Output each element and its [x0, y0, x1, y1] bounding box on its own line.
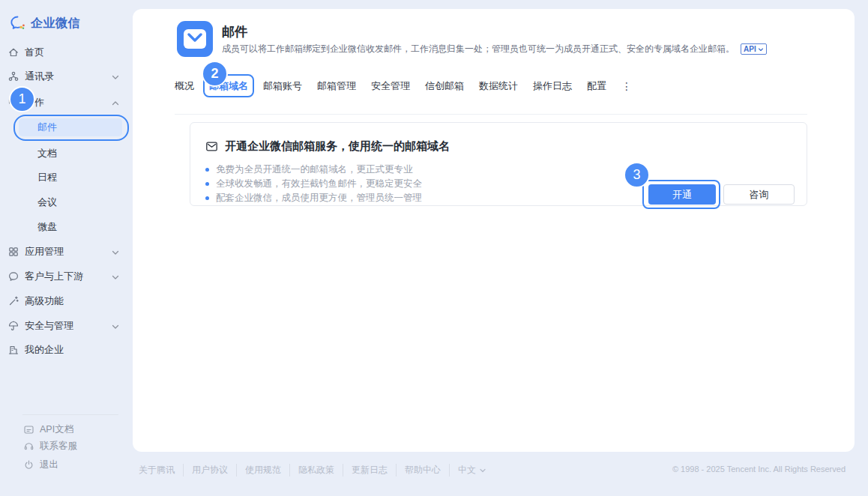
- sidebar-item-label: 邮件: [37, 121, 57, 134]
- sidebar-item-app-management[interactable]: 应用管理: [0, 241, 133, 263]
- mail-tabs: 概况 邮箱域名 2 邮箱账号 邮箱管理 安全管理 信创邮箱 数据统计 操作日志 …: [175, 79, 632, 93]
- wecom-logo-icon: [10, 15, 26, 31]
- sidebar-item-customers[interactable]: 客户与上下游: [0, 265, 133, 288]
- sidebar-item-meeting[interactable]: 会议: [0, 191, 133, 214]
- sidebar-item-calendar[interactable]: 日程: [0, 166, 133, 189]
- tab-mail-management[interactable]: 邮箱管理: [317, 79, 356, 93]
- brand-name: 企业微信: [31, 16, 80, 31]
- grid-icon: [7, 246, 19, 258]
- tabs-divider: [175, 114, 807, 115]
- umbrella-icon: [7, 320, 19, 332]
- sidebar-item-mail[interactable]: 邮件 1: [19, 118, 122, 136]
- magic-wand-icon: [7, 295, 19, 307]
- footer-link-usage-rules[interactable]: 使用规范: [236, 464, 281, 477]
- mail-app-icon: [177, 21, 213, 57]
- page-title: 邮件: [222, 23, 247, 40]
- sidebar-item-label: 日程: [37, 171, 57, 184]
- chevron-down-icon: [111, 73, 120, 82]
- footer-link-help-center[interactable]: 帮助中心: [396, 464, 441, 477]
- tabs-overflow-icon[interactable]: ⋮: [621, 80, 632, 92]
- footer-language-selector[interactable]: 中文: [449, 464, 486, 477]
- tab-xinchuang-mail[interactable]: 信创邮箱: [425, 79, 464, 93]
- tab-operation-logs[interactable]: 操作日志: [533, 79, 572, 93]
- brand-logo[interactable]: 企业微信: [10, 15, 80, 31]
- sidebar-item-collaboration[interactable]: 协作: [0, 91, 133, 114]
- tab-data-statistics[interactable]: 数据统计: [479, 79, 518, 93]
- tab-mail-accounts[interactable]: 邮箱账号: [263, 79, 302, 93]
- promo-bullet: 全球收发畅通，有效拦截钓鱼邮件，更稳定更安全: [205, 178, 422, 190]
- tab-mail-domain[interactable]: 邮箱域名 2: [209, 79, 248, 93]
- api-dropdown-badge[interactable]: API: [741, 43, 767, 55]
- sidebar-item-security[interactable]: 安全与管理: [0, 315, 133, 337]
- sidebar-item-label: 高级功能: [25, 294, 64, 308]
- home-icon: [7, 46, 19, 58]
- bullet-dot: [205, 168, 209, 172]
- sidebar-item-label: 退出: [40, 459, 58, 471]
- sidebar-item-label: 客户与上下游: [25, 270, 83, 283]
- tab-security-management[interactable]: 安全管理: [371, 79, 410, 93]
- chevron-down-icon: [111, 273, 120, 282]
- sidebar-item-drive[interactable]: 微盘: [0, 216, 133, 238]
- sidebar: 企业微信 首页 通讯录 协作 邮件 1 文档 日程 会议 微盘 应用管理 客户与…: [0, 0, 133, 496]
- bullet-dot: [205, 182, 209, 186]
- sidebar-item-api-docs[interactable]: API文档: [0, 423, 133, 437]
- chevron-up-icon: [111, 99, 120, 108]
- footer-link-changelog[interactable]: 更新日志: [343, 464, 388, 477]
- footer-link-user-agreement[interactable]: 用户协议: [183, 464, 228, 477]
- sidebar-item-home[interactable]: 首页: [0, 41, 133, 64]
- sidebar-item-label: 文档: [37, 147, 57, 160]
- sidebar-item-label: 首页: [25, 46, 44, 59]
- copyright-text: © 1998 - 2025 Tencent Inc. All Rights Re…: [672, 465, 846, 474]
- headset-icon: [23, 441, 34, 452]
- sidebar-item-advanced[interactable]: 高级功能: [0, 290, 133, 312]
- sidebar-divider: [22, 414, 118, 415]
- promo-heading-row: 开通企业微信邮箱服务，使用统一的邮箱域名: [205, 139, 450, 154]
- page-footer-links: 关于腾讯 用户协议 使用规范 隐私政策 更新日志 帮助中心 中文: [139, 464, 486, 477]
- sidebar-item-label: 通讯录: [25, 70, 54, 83]
- power-icon: [23, 459, 34, 471]
- page-description: 成员可以将工作邮箱绑定到企业微信收发邮件，工作消息归集一处；管理员也可统一为成员…: [222, 43, 767, 55]
- tab-overview[interactable]: 概况: [175, 79, 194, 93]
- sidebar-item-label: 会议: [37, 196, 57, 209]
- activate-button[interactable]: 开通 3: [648, 184, 716, 205]
- sidebar-item-label: 协作: [25, 96, 44, 109]
- envelope-icon: [205, 140, 218, 153]
- chevron-down-icon: [111, 322, 120, 331]
- annotation-badge-step3: 3: [624, 162, 650, 188]
- building-icon: [7, 344, 19, 356]
- sidebar-item-label: API文档: [40, 423, 73, 436]
- sidebar-item-label: 安全与管理: [25, 319, 73, 333]
- promo-heading: 开通企业微信邮箱服务，使用统一的邮箱域名: [225, 139, 450, 154]
- sidebar-item-my-company[interactable]: 我的企业: [0, 339, 133, 361]
- promo-bullet: 免费为全员开通统一的邮箱域名，更正式更专业: [205, 163, 413, 175]
- sidebar-item-label: 应用管理: [25, 245, 64, 258]
- page-description-text: 成员可以将工作邮箱绑定到企业微信收发邮件，工作消息归集一处；管理员也可统一为成员…: [222, 43, 735, 55]
- sidebar-item-docs[interactable]: 文档: [0, 142, 133, 165]
- chevron-down-icon: [479, 467, 486, 474]
- main-panel: 邮件 成员可以将工作邮箱绑定到企业微信收发邮件，工作消息归集一处；管理员也可统一…: [133, 9, 855, 452]
- bullet-dot: [205, 196, 209, 200]
- mail-service-promo-card: 开通企业微信邮箱服务，使用统一的邮箱域名 免费为全员开通统一的邮箱域名，更正式更…: [190, 122, 807, 206]
- api-doc-icon: [23, 424, 34, 435]
- footer-link-about-tencent[interactable]: 关于腾讯: [139, 464, 175, 477]
- sidebar-item-label: 我的企业: [25, 343, 64, 357]
- sidebar-item-support[interactable]: 联系客服: [0, 439, 133, 453]
- sidebar-item-contacts[interactable]: 通讯录: [0, 65, 133, 88]
- chevron-down-icon: [758, 46, 764, 52]
- footer-link-privacy-policy[interactable]: 隐私政策: [289, 464, 334, 477]
- chat-bubble-icon: [7, 270, 19, 282]
- sidebar-item-label: 联系客服: [40, 440, 77, 453]
- tab-settings[interactable]: 配置: [587, 79, 606, 93]
- chevron-down-icon: [111, 248, 120, 257]
- org-chart-icon: [7, 70, 19, 82]
- sidebar-item-label: 微盘: [37, 220, 57, 234]
- promo-bullet: 配套企业微信，成员使用更方便，管理员统一管理: [205, 192, 422, 204]
- sidebar-item-logout[interactable]: 退出: [0, 458, 133, 472]
- annotation-box-step1: [13, 115, 129, 141]
- collaboration-icon: [7, 97, 19, 109]
- consult-button[interactable]: 咨询: [723, 184, 795, 205]
